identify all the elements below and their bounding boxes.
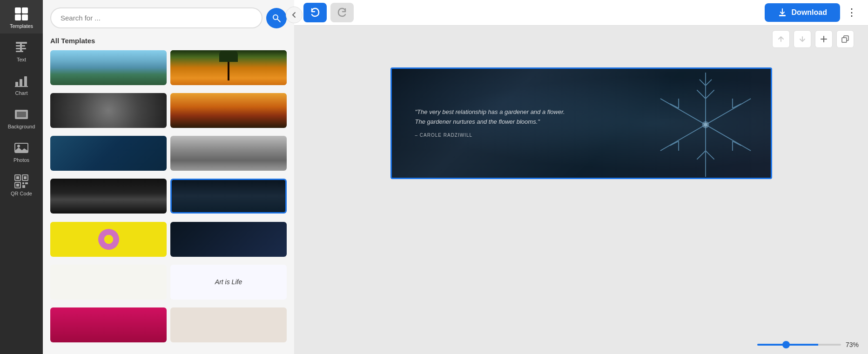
sidebar-item-photos-label: Photos bbox=[13, 157, 29, 163]
sidebar-item-templates[interactable]: Templates bbox=[0, 0, 43, 33]
svg-rect-0 bbox=[15, 7, 21, 13]
sidebar-item-templates-label: Templates bbox=[10, 23, 33, 29]
svg-line-35 bbox=[660, 125, 705, 151]
collapse-panel-button[interactable] bbox=[286, 7, 303, 23]
svg-rect-3 bbox=[22, 14, 28, 20]
svg-line-36 bbox=[706, 99, 751, 125]
svg-line-33 bbox=[660, 99, 705, 125]
sidebar-item-background-label: Background bbox=[8, 124, 35, 129]
template-thumb-art1[interactable] bbox=[50, 265, 167, 300]
quote-content: "The very best relationship has a garden… bbox=[415, 107, 573, 139]
svg-rect-22 bbox=[16, 184, 19, 187]
template-thumb-fabric[interactable] bbox=[50, 136, 167, 171]
svg-point-16 bbox=[17, 145, 20, 147]
svg-line-39 bbox=[699, 80, 705, 86]
svg-rect-24 bbox=[25, 182, 28, 184]
arrow-up-icon bbox=[777, 35, 785, 43]
grid-icon bbox=[14, 7, 29, 21]
sidebar-item-chart-label: Chart bbox=[15, 90, 28, 96]
sidebar-item-text[interactable]: Text bbox=[0, 33, 43, 67]
sidebar: Templates Text Chart Background bbox=[0, 0, 43, 354]
svg-rect-25 bbox=[22, 185, 25, 188]
sidebar-item-photos[interactable]: Photos bbox=[0, 134, 43, 167]
svg-line-45 bbox=[732, 104, 741, 108]
snowflake-decoration bbox=[631, 67, 772, 179]
top-bar: Download ⋮ bbox=[294, 0, 868, 26]
svg-rect-7 bbox=[16, 51, 23, 52]
template-thumb-cherry[interactable] bbox=[170, 307, 287, 342]
sidebar-item-text-label: Text bbox=[17, 57, 26, 62]
template-thumb-donut[interactable] bbox=[50, 222, 167, 257]
svg-line-34 bbox=[706, 125, 751, 151]
svg-rect-9 bbox=[15, 82, 18, 87]
sidebar-item-qrcode[interactable]: QR Code bbox=[0, 167, 43, 201]
main-area: Download ⋮ bbox=[294, 0, 868, 354]
photos-icon bbox=[14, 140, 29, 155]
section-title: All Templates bbox=[43, 33, 294, 50]
sidebar-item-background[interactable]: Background bbox=[0, 100, 43, 134]
template-thumb-pink[interactable] bbox=[50, 307, 167, 342]
templates-grid: Art is Life bbox=[43, 50, 294, 354]
download-label: Download bbox=[792, 8, 827, 17]
qr-icon bbox=[14, 174, 29, 189]
svg-line-43 bbox=[670, 104, 679, 108]
float-toolbar bbox=[772, 30, 854, 48]
background-icon bbox=[14, 107, 29, 122]
arrow-down-icon bbox=[799, 35, 806, 43]
svg-line-42 bbox=[706, 151, 714, 160]
redo-button[interactable] bbox=[330, 3, 354, 22]
top-right-group: Download ⋮ bbox=[765, 3, 859, 22]
chart-icon bbox=[14, 73, 29, 88]
redo-icon bbox=[337, 7, 347, 18]
template-thumb-mountains[interactable] bbox=[50, 50, 167, 85]
template-thumb-snowflake[interactable] bbox=[170, 179, 287, 214]
search-button[interactable] bbox=[266, 8, 287, 28]
add-section-button[interactable] bbox=[815, 30, 833, 48]
main-card[interactable]: "The very best relationship has a garden… bbox=[390, 67, 772, 179]
search-input[interactable] bbox=[50, 7, 262, 28]
svg-line-49 bbox=[732, 141, 741, 145]
template-thumb-dark-wave[interactable] bbox=[50, 179, 167, 214]
zoom-label: 73% bbox=[846, 341, 859, 348]
svg-rect-28 bbox=[779, 15, 786, 16]
template-thumb-rocks[interactable] bbox=[170, 136, 287, 171]
svg-rect-2 bbox=[15, 14, 21, 20]
duplicate-icon bbox=[841, 35, 849, 43]
download-button[interactable]: Download bbox=[765, 3, 840, 22]
svg-line-41 bbox=[697, 151, 706, 160]
template-thumb-bubbles[interactable] bbox=[50, 93, 167, 128]
download-icon bbox=[778, 8, 787, 17]
search-bar bbox=[43, 0, 294, 33]
svg-rect-8 bbox=[20, 42, 22, 51]
template-thumb-desert[interactable] bbox=[170, 93, 287, 128]
plus-icon bbox=[820, 35, 828, 43]
template-thumb-forest[interactable] bbox=[170, 50, 287, 85]
bottom-bar: 73% bbox=[294, 335, 868, 354]
svg-rect-20 bbox=[24, 176, 27, 179]
templates-panel: All Templates bbox=[43, 0, 294, 354]
chevron-left-icon bbox=[291, 12, 297, 18]
svg-rect-11 bbox=[24, 76, 27, 87]
duplicate-section-button[interactable] bbox=[836, 30, 854, 48]
quote-author: – CAROLE RADZIWILL bbox=[415, 132, 573, 139]
zoom-slider[interactable] bbox=[757, 344, 841, 346]
search-icon bbox=[272, 13, 281, 23]
svg-rect-1 bbox=[22, 7, 28, 13]
template-thumb-art2[interactable]: Art is Life bbox=[170, 265, 287, 300]
svg-rect-18 bbox=[16, 176, 19, 179]
quote-main-text: "The very best relationship has a garden… bbox=[415, 107, 573, 127]
svg-line-38 bbox=[706, 90, 714, 99]
canvas-workspace: "The very best relationship has a garden… bbox=[294, 26, 868, 335]
more-options-button[interactable]: ⋮ bbox=[845, 7, 859, 19]
svg-line-27 bbox=[277, 19, 280, 22]
undo-icon bbox=[310, 7, 320, 18]
svg-rect-10 bbox=[20, 79, 22, 87]
svg-rect-14 bbox=[17, 112, 26, 117]
template-thumb-tech[interactable] bbox=[170, 222, 287, 257]
sidebar-item-chart[interactable]: Chart bbox=[0, 67, 43, 100]
undo-button[interactable] bbox=[303, 3, 327, 22]
move-down-button[interactable] bbox=[794, 30, 811, 48]
text-icon bbox=[14, 40, 29, 55]
svg-rect-23 bbox=[22, 182, 24, 184]
move-up-button[interactable] bbox=[772, 30, 790, 48]
